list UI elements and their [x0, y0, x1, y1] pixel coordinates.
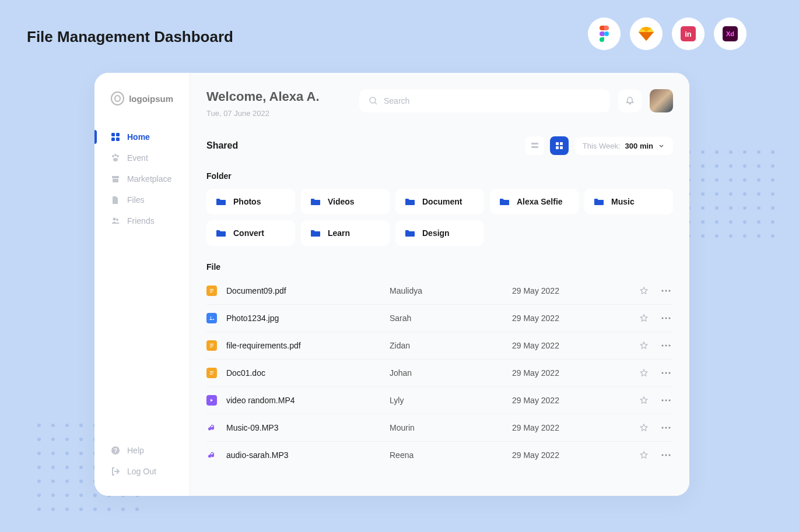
svg-point-39 [662, 345, 664, 347]
file-row[interactable]: audio-sarah.MP3 Reena 29 May 2022 [206, 442, 673, 468]
svg-point-34 [665, 318, 667, 319]
file-date: 29 May 2022 [512, 313, 629, 323]
svg-rect-44 [210, 374, 212, 375]
file-name: Doc01.doc [226, 368, 384, 378]
folder-icon [310, 198, 321, 206]
file-owner: Johan [390, 368, 506, 378]
svg-rect-21 [531, 146, 538, 148]
document-file-icon [206, 340, 217, 351]
star-button[interactable] [635, 368, 653, 378]
tool-badges: in Xd [588, 17, 747, 50]
svg-point-49 [665, 400, 667, 401]
folder-card[interactable]: Alexa Selfie [490, 189, 579, 214]
sidebar-item-friends[interactable]: Friends [94, 210, 190, 231]
folder-card[interactable]: Document [395, 189, 484, 214]
sidebar-item-marketplace[interactable]: Marketplace [94, 168, 190, 189]
folder-name: Alexa Selfie [517, 197, 563, 206]
folder-grid: PhotosVideosDocumentAlexa SelfieMusicCon… [206, 189, 673, 246]
sidebar-item-files[interactable]: Files [94, 189, 190, 210]
folder-name: Design [422, 228, 450, 238]
file-row[interactable]: file-requirements.pdf Zidan 29 May 2022 [206, 332, 673, 360]
svg-point-41 [669, 345, 671, 347]
file-row[interactable]: Music-09.MP3 Mourin 29 May 2022 [206, 414, 673, 442]
file-row[interactable]: Doc01.doc Johan 29 May 2022 [206, 360, 673, 387]
star-button[interactable] [635, 450, 653, 460]
star-button[interactable] [635, 286, 653, 295]
more-button[interactable] [659, 372, 673, 374]
file-row[interactable]: Photo1234.jpg Sarah 29 May 2022 [206, 305, 673, 332]
header: Welcome, Alexa A. Tue, 07 June 2022 [206, 89, 673, 118]
more-button[interactable] [659, 454, 673, 456]
grid-view-button[interactable] [550, 136, 569, 155]
sidebar-item-label: Home [127, 132, 150, 142]
list-view-button[interactable] [525, 136, 544, 155]
svg-point-52 [665, 427, 667, 429]
folder-card[interactable]: Learn [301, 220, 390, 246]
svg-rect-38 [210, 347, 212, 347]
file-name: Photo1234.jpg [226, 313, 384, 323]
folder-card[interactable]: Photos [206, 189, 295, 214]
star-button[interactable] [635, 313, 653, 323]
folder-name: Document [422, 197, 462, 206]
search-input[interactable] [384, 96, 601, 105]
xd-icon: Xd [723, 26, 738, 41]
sidebar-item-home[interactable]: Home [94, 126, 190, 147]
tool-badge-invision: in [672, 17, 705, 50]
svg-point-10 [114, 154, 117, 156]
svg-rect-24 [556, 146, 559, 149]
image-file-icon [206, 313, 217, 323]
more-button[interactable] [659, 317, 673, 319]
file-date: 29 May 2022 [512, 286, 629, 295]
bell-icon [625, 96, 635, 105]
folder-card[interactable]: Design [395, 220, 484, 246]
figma-icon [598, 26, 610, 42]
welcome-block: Welcome, Alexa A. Tue, 07 June 2022 [206, 89, 320, 118]
video-file-icon [206, 395, 217, 406]
folder-name: Music [611, 197, 635, 206]
sidebar-item-label: Marketplace [127, 174, 171, 184]
file-name: Document09.pdf [226, 286, 384, 295]
folder-section-title: Folder [206, 171, 673, 181]
dropdown-label: This Week: [583, 142, 621, 150]
logout-icon [111, 467, 120, 476]
svg-rect-43 [210, 373, 213, 374]
svg-rect-5 [111, 133, 115, 136]
folder-icon [594, 198, 604, 206]
more-button[interactable] [659, 427, 673, 429]
search-box[interactable] [359, 89, 610, 112]
star-button[interactable] [635, 341, 653, 350]
svg-point-48 [662, 400, 664, 401]
folder-card[interactable]: Music [584, 189, 673, 214]
folder-icon [405, 198, 415, 206]
svg-rect-28 [210, 292, 212, 293]
notifications-button[interactable] [618, 89, 642, 112]
sidebar-item-event[interactable]: Event [94, 147, 190, 168]
file-row[interactable]: video random.MP4 Lyly 29 May 2022 [206, 387, 673, 414]
svg-point-19 [370, 97, 376, 103]
file-date: 29 May 2022 [512, 423, 629, 432]
more-button[interactable] [659, 399, 673, 401]
welcome-title: Welcome, Alexa A. [206, 89, 320, 104]
more-button[interactable] [659, 290, 673, 292]
time-filter-dropdown[interactable]: This Week: 300 min [574, 137, 673, 155]
logo-mark-icon [111, 91, 124, 105]
folder-card[interactable]: Convert [206, 220, 295, 246]
file-section-title: File [206, 262, 673, 272]
list-icon [531, 142, 539, 150]
svg-rect-14 [113, 179, 118, 182]
svg-point-30 [665, 290, 667, 292]
star-button[interactable] [635, 423, 653, 432]
sidebar-item-logout[interactable]: Log Out [94, 461, 190, 482]
svg-point-53 [669, 427, 671, 429]
document-file-icon [206, 286, 217, 296]
svg-point-47 [669, 372, 671, 374]
svg-point-51 [662, 427, 664, 429]
file-owner: Sarah [390, 313, 506, 323]
file-row[interactable]: Document09.pdf Maulidya 29 May 2022 [206, 277, 673, 305]
folder-name: Videos [328, 197, 355, 206]
avatar[interactable] [650, 89, 673, 112]
sidebar-item-help[interactable]: ? Help [94, 440, 190, 461]
star-button[interactable] [635, 396, 653, 405]
more-button[interactable] [659, 344, 673, 347]
folder-card[interactable]: Videos [301, 189, 390, 214]
